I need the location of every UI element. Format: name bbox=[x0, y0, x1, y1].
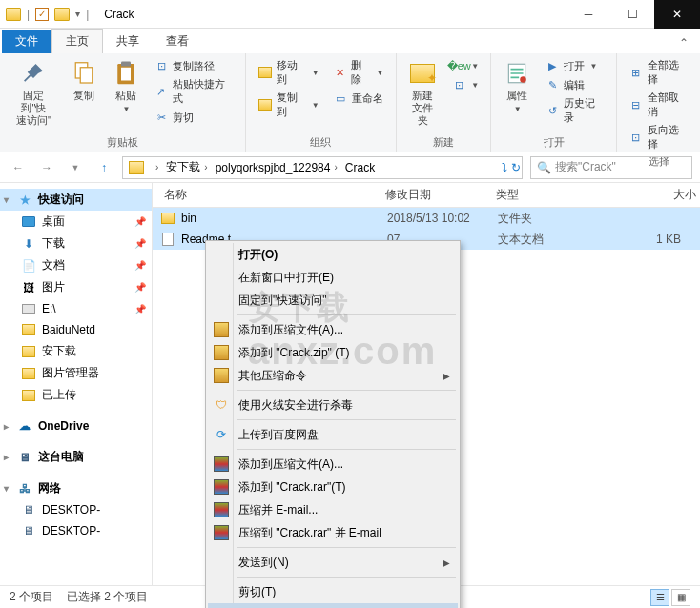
copy-button[interactable]: 复制 bbox=[66, 57, 102, 104]
scissors-icon: ✂ bbox=[154, 110, 169, 125]
folder-icon bbox=[160, 211, 175, 226]
cut-button[interactable]: ✂剪切 bbox=[150, 109, 237, 126]
collapse-ribbon-icon[interactable]: ⌃ bbox=[668, 32, 700, 53]
nav-network-node[interactable]: 🖥DESKTOP- bbox=[0, 499, 152, 520]
qat-folder-icon[interactable] bbox=[54, 8, 70, 21]
open-button[interactable]: ▶打开▼ bbox=[541, 57, 608, 74]
pictures-icon: 🖼 bbox=[21, 280, 36, 295]
nav-uploaded[interactable]: 已上传 bbox=[0, 384, 152, 406]
select-none-button[interactable]: ⊟全部取消 bbox=[625, 90, 692, 120]
cm-huorong[interactable]: 🛡使用火绒安全进行杀毒 bbox=[208, 394, 458, 416]
qat-dropdown-icon[interactable]: ▾ bbox=[75, 9, 80, 19]
archive-icon bbox=[214, 345, 229, 360]
search-icon: 🔍 bbox=[537, 161, 551, 174]
cm-zip-email[interactable]: 压缩并 E-mail... bbox=[208, 498, 458, 521]
nav-documents[interactable]: 📄文档📌 bbox=[0, 254, 152, 276]
file-row[interactable]: bin 2018/5/13 10:02 文件夹 bbox=[153, 208, 700, 229]
cm-send-to[interactable]: 发送到(N)▶ bbox=[208, 551, 458, 574]
nav-network-node[interactable]: 🖥DESKTOP- bbox=[0, 520, 152, 541]
cm-add-archive2[interactable]: 添加到压缩文件(A)... bbox=[208, 453, 458, 476]
cm-cut[interactable]: 剪切(T) bbox=[208, 580, 458, 603]
nav-pane: ▾★快速访问 桌面📌 ⬇下载📌 📄文档📌 🖼图片📌 E:\📌 BaiduNetd… bbox=[0, 183, 153, 585]
tab-home[interactable]: 主页 bbox=[51, 29, 103, 53]
paste-button[interactable]: 粘贴▼ bbox=[108, 57, 144, 116]
new-item-button[interactable]: �ew▼ bbox=[447, 57, 483, 74]
nav-desktop[interactable]: 桌面📌 bbox=[0, 211, 152, 233]
rename-icon: ▭ bbox=[333, 91, 348, 106]
search-input[interactable]: 🔍 搜索"Crack" bbox=[530, 156, 692, 179]
col-size[interactable]: 大小 bbox=[603, 187, 700, 203]
up-button[interactable]: ↑ bbox=[93, 157, 114, 178]
group-label: 新建 bbox=[433, 135, 454, 150]
easy-access-icon: ⊡ bbox=[451, 77, 466, 92]
new-folder-button[interactable]: ✦ 新建 文件夹 bbox=[404, 57, 443, 130]
close-button[interactable]: ✕ bbox=[654, 0, 700, 29]
nav-network[interactable]: ▾🖧网络 bbox=[0, 477, 152, 499]
group-label: 打开 bbox=[544, 135, 565, 150]
pin-icon: 📌 bbox=[134, 304, 146, 314]
cm-copy[interactable]: 复制(C) bbox=[208, 603, 458, 608]
nav-e-drive[interactable]: E:\📌 bbox=[0, 298, 152, 319]
pin-to-quick-button[interactable]: 固定到"快 速访问" bbox=[8, 57, 60, 130]
app-folder-icon bbox=[6, 8, 21, 21]
rename-button[interactable]: ▭重命名 bbox=[329, 90, 388, 107]
cm-open-new-window[interactable]: 在新窗口中打开(E) bbox=[208, 266, 458, 289]
easy-access-button[interactable]: ⊡▼ bbox=[447, 76, 483, 93]
nav-pictures[interactable]: 🖼图片📌 bbox=[0, 276, 152, 298]
copy-to-button[interactable]: 复制到▼ bbox=[254, 90, 323, 120]
maximize-button[interactable]: ☐ bbox=[610, 0, 654, 29]
cm-other-zip[interactable]: 其他压缩命令▶ bbox=[208, 364, 458, 387]
txt-icon bbox=[160, 232, 175, 247]
address-bar[interactable]: › 安下载› polyqorkspjbd_122984› Crack ⤵ ↻ bbox=[122, 156, 523, 179]
cm-open[interactable]: 打开(O) bbox=[208, 243, 458, 266]
shield-icon: 🛡 bbox=[214, 397, 229, 413]
move-to-button[interactable]: 移动到▼ bbox=[254, 57, 323, 88]
nav-picmgr[interactable]: 图片管理器 bbox=[0, 362, 152, 384]
nav-downloads[interactable]: ⬇下载📌 bbox=[0, 233, 152, 254]
paste-shortcut-button[interactable]: ↗粘贴快捷方式 bbox=[150, 76, 237, 107]
cm-add-archive[interactable]: 添加到压缩文件(A)... bbox=[208, 318, 458, 341]
history-button[interactable]: ↺历史记录 bbox=[541, 95, 608, 126]
view-icons-button[interactable]: ▦ bbox=[671, 589, 690, 606]
archive-icon bbox=[214, 322, 229, 337]
refresh-dropdown-icon[interactable]: ⤵ ↻ bbox=[501, 161, 522, 174]
breadcrumb[interactable]: Crack bbox=[343, 161, 377, 174]
breadcrumb-root[interactable]: › bbox=[150, 162, 164, 172]
cm-baidu-upload[interactable]: ⟳上传到百度网盘 bbox=[208, 423, 458, 446]
cm-pin-quick[interactable]: 固定到"快速访问" bbox=[208, 289, 458, 312]
chevron-right-icon: ▶ bbox=[443, 557, 450, 568]
qat-check-icon[interactable]: ✓ bbox=[35, 8, 49, 21]
recent-dropdown[interactable]: ▼ bbox=[65, 157, 86, 178]
select-all-button[interactable]: ⊞全部选择 bbox=[625, 57, 692, 88]
invert-selection-button[interactable]: ⊡反向选择 bbox=[625, 122, 692, 152]
nav-baidu[interactable]: BaiduNetd bbox=[0, 319, 152, 340]
cm-add-rar[interactable]: 添加到 "Crack.rar"(T) bbox=[208, 476, 458, 498]
properties-button[interactable]: 属性▼ bbox=[499, 57, 535, 116]
tab-file[interactable]: 文件 bbox=[2, 30, 51, 53]
edit-button[interactable]: ✎编辑 bbox=[541, 76, 608, 93]
path-icon: ⊡ bbox=[154, 58, 169, 73]
tab-share[interactable]: 共享 bbox=[103, 30, 153, 53]
pc-icon: 🖥 bbox=[17, 450, 32, 465]
minimize-button[interactable]: ─ bbox=[566, 0, 610, 29]
rar-icon bbox=[214, 502, 229, 517]
forward-button[interactable]: → bbox=[36, 157, 57, 178]
breadcrumb[interactable]: polyqorkspjbd_122984› bbox=[214, 161, 343, 174]
copy-path-button[interactable]: ⊡复制路径 bbox=[150, 57, 237, 74]
cm-add-zip[interactable]: 添加到 "Crack.zip" (T) bbox=[208, 341, 458, 364]
back-button[interactable]: ← bbox=[8, 157, 29, 178]
nav-anxia[interactable]: 安下载 bbox=[0, 340, 152, 362]
cm-rar-email[interactable]: 压缩到 "Crack.rar" 并 E-mail bbox=[208, 521, 458, 544]
delete-button[interactable]: ✕删除▼ bbox=[329, 57, 388, 88]
nav-onedrive[interactable]: ▸☁OneDrive bbox=[0, 415, 152, 436]
nav-quick-access[interactable]: ▾★快速访问 bbox=[0, 189, 152, 211]
col-type[interactable]: 类型 bbox=[492, 187, 603, 203]
tab-view[interactable]: 查看 bbox=[153, 30, 202, 53]
column-headers[interactable]: 名称 修改日期 类型 大小 bbox=[153, 183, 700, 208]
breadcrumb[interactable]: 安下载› bbox=[164, 159, 213, 175]
view-details-button[interactable]: ☰ bbox=[650, 589, 669, 606]
window-title: Crack bbox=[104, 8, 134, 21]
nav-this-pc[interactable]: ▸🖥这台电脑 bbox=[0, 446, 152, 468]
col-name[interactable]: 名称 bbox=[160, 187, 381, 203]
col-date[interactable]: 修改日期 bbox=[381, 187, 492, 203]
